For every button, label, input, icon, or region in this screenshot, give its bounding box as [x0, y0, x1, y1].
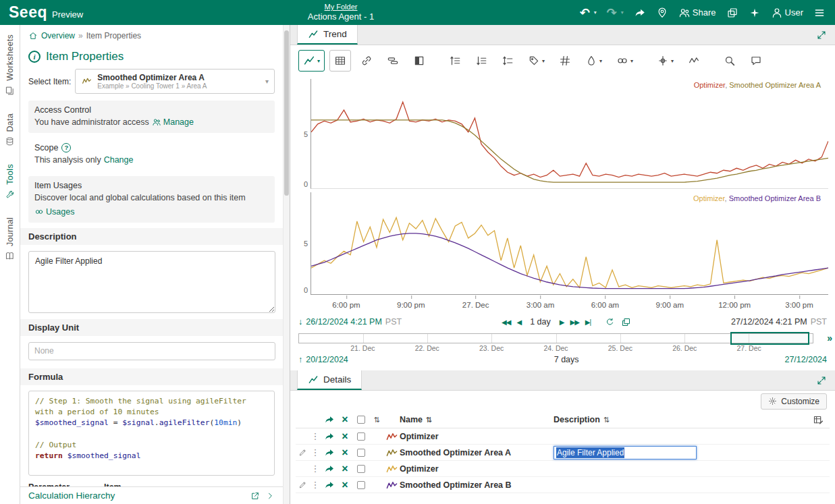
sidebar-item-tools[interactable]: Tools [5, 164, 15, 200]
location-button[interactable] [656, 7, 668, 19]
investigate-start[interactable]: ↑20/12/2024 [298, 355, 348, 364]
forward-share-button[interactable] [634, 7, 646, 19]
step-forward-full-button[interactable]: ▶▶ [570, 318, 578, 326]
gridlines-button[interactable] [554, 50, 576, 72]
description-textarea[interactable]: Agile Filter Applied [28, 251, 275, 313]
timeline-step-end-icon[interactable]: » [827, 333, 832, 343]
row-share-icon[interactable] [324, 447, 335, 458]
link-worksheet-button[interactable] [356, 50, 377, 72]
display-range-start[interactable]: ↓ 26/12/2024 4:21 PM PST [298, 317, 402, 327]
redo-button[interactable]: ↷▾ [607, 7, 624, 19]
row-menu-icon[interactable]: ⋮ [311, 480, 320, 490]
legend-item[interactable]: Optimizer [693, 194, 724, 202]
my-folder-link[interactable]: My Folder [308, 2, 374, 11]
usages-link[interactable]: Usages [34, 206, 74, 218]
row-name[interactable]: Smoothed Optimizer Area B [400, 480, 554, 490]
labels-button[interactable]: ▾ [523, 50, 549, 72]
row-remove-icon[interactable]: × [342, 480, 348, 491]
customize-button[interactable]: Customize [761, 393, 827, 410]
row-name[interactable]: Optimizer [400, 432, 554, 441]
row-menu-icon[interactable]: ⋮ [311, 447, 320, 457]
change-scope-link[interactable]: Change [104, 155, 134, 166]
range-end-value[interactable]: 27/12/2024 4:21 PM [731, 317, 807, 327]
legend-item[interactable]: Optimizer [694, 81, 725, 89]
ai-assistant-button[interactable] [749, 7, 761, 19]
row-share-icon[interactable] [324, 431, 335, 442]
expand-trend-icon[interactable] [816, 30, 827, 40]
tab-trend[interactable]: Trend [297, 25, 358, 45]
row-name[interactable]: Optimizer [400, 464, 554, 474]
legend-item[interactable]: Smoothed Optimizer Area B [729, 194, 821, 202]
sidebar-item-worksheets[interactable]: Worksheets [5, 34, 15, 96]
select-all-checkbox[interactable] [357, 416, 365, 424]
display-range-end[interactable]: 27/12/2024 4:21 PM PST [731, 317, 827, 327]
row-menu-icon[interactable]: ⋮ [311, 431, 320, 441]
description-editor[interactable]: Agile Filter Applied [554, 446, 697, 459]
one-lane-button[interactable] [497, 50, 518, 72]
formula-editor[interactable]: // Step 1: Smooth the signal using agile… [28, 391, 275, 476]
sort-lanes-down-button[interactable] [470, 50, 492, 72]
row-checkbox[interactable] [357, 465, 365, 473]
row-checkbox[interactable] [357, 449, 365, 457]
row-checkbox[interactable] [357, 481, 365, 489]
details-row[interactable]: ⋮ × Smoothed Optimizer Area A Agile Filt… [296, 445, 830, 461]
row-share-icon[interactable] [324, 480, 335, 491]
timeline-bar[interactable] [298, 333, 813, 343]
seeq-logo[interactable]: SeeqPreview [9, 3, 83, 22]
interpolation-button[interactable] [683, 50, 705, 72]
tab-details[interactable]: Details [297, 370, 362, 390]
legend-item[interactable]: Smoothed Optimizer Area A [729, 81, 821, 89]
sort-name-icon[interactable]: ⇅ [426, 416, 432, 424]
panel-scrollbar[interactable] [283, 25, 290, 504]
row-name[interactable]: Smoothed Optimizer Area A [400, 448, 554, 457]
chain-view-button[interactable]: ▾ [612, 50, 638, 72]
user-menu-button[interactable]: User [771, 7, 803, 19]
row-description[interactable]: Agile Filter Applied [554, 446, 807, 459]
sort-lanes-up-button[interactable] [444, 50, 466, 72]
step-forward-half-button[interactable]: ▶ [560, 318, 564, 326]
chart-lane-1[interactable]: Optimizer, Smoothed Optimizer Area A 50 [311, 79, 828, 189]
row-remove-icon[interactable]: × [342, 447, 348, 458]
auto-update-button[interactable] [605, 317, 615, 327]
row-checkbox[interactable] [357, 432, 365, 441]
row-remove-icon[interactable]: × [342, 431, 348, 442]
sidebar-item-journal[interactable]: Journal [5, 217, 15, 261]
investigate-end[interactable]: 27/12/2024 [784, 355, 827, 364]
row-remove-icon[interactable]: × [342, 464, 348, 474]
item-select-dropdown[interactable]: Smoothed Optimizer Area A Example » Cool… [75, 69, 275, 94]
range-start-value[interactable]: 26/12/2024 4:21 PM [306, 317, 382, 327]
manage-access-link[interactable]: Manage [152, 117, 194, 128]
chevron-right-icon[interactable] [265, 491, 275, 501]
row-share-icon[interactable] [324, 464, 335, 474]
zoom-button[interactable] [719, 50, 740, 72]
help-icon[interactable]: ? [61, 143, 71, 152]
sidebar-item-data[interactable]: Data [5, 113, 15, 147]
details-row[interactable]: ⋮ × Optimizer [296, 428, 830, 445]
description-column-header[interactable]: Description [554, 415, 600, 424]
details-row[interactable]: ⋮ × Smoothed Optimizer Area B [296, 477, 830, 493]
row-menu-icon[interactable]: ⋮ [311, 464, 320, 474]
sort-description-icon[interactable]: ⇅ [603, 416, 610, 424]
compare-view-button[interactable] [408, 50, 430, 72]
chart-lane-2[interactable]: Optimizer, Smoothed Optimizer Area B 50 [311, 192, 828, 295]
scrollbar-thumb[interactable] [284, 30, 289, 196]
details-row[interactable]: ⋮ × Optimizer [296, 461, 830, 477]
edit-columns-icon[interactable] [813, 414, 824, 426]
calculation-hierarchy-footer[interactable]: Calculation Hierarchy [20, 486, 283, 504]
edit-description-icon[interactable] [298, 480, 307, 489]
name-column-header[interactable]: Name [400, 415, 423, 424]
remove-all-icon[interactable]: × [342, 414, 348, 425]
undo-button[interactable]: ↶▾ [580, 7, 597, 19]
main-menu-button[interactable] [813, 7, 826, 19]
step-back-half-button[interactable]: ◀ [516, 318, 521, 326]
capsule-time-button[interactable] [382, 50, 404, 72]
step-to-now-button[interactable]: ▶| [585, 318, 591, 326]
share-all-icon[interactable] [324, 414, 335, 425]
open-in-new-icon[interactable] [250, 491, 260, 501]
dimming-button[interactable]: ▾ [581, 50, 607, 72]
expand-details-icon[interactable] [816, 375, 827, 386]
breadcrumb-overview-link[interactable]: Overview [41, 31, 75, 40]
share-button[interactable]: Share [678, 7, 716, 19]
cursors-button[interactable]: ▾ [652, 50, 678, 72]
table-view-button[interactable] [329, 50, 351, 72]
